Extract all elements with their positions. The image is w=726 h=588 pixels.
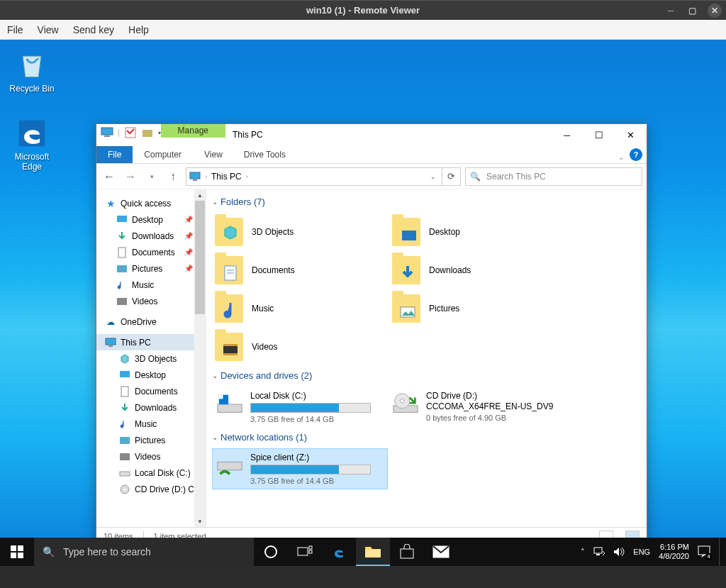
tray-expand-icon[interactable]: ˄ xyxy=(581,548,585,557)
host-minimize-button[interactable]: ─ xyxy=(665,5,676,16)
svg-rect-34 xyxy=(218,462,242,470)
address-input[interactable]: › This PC › ⌄ xyxy=(186,167,442,186)
folder-documents[interactable]: Documents xyxy=(212,251,389,289)
nav-desktop[interactable]: Desktop xyxy=(96,367,206,383)
pin-icon: 📌 xyxy=(184,265,193,272)
nav-onedrive[interactable]: ☁OneDrive xyxy=(96,314,206,330)
maximize-button[interactable]: ☐ xyxy=(583,124,615,145)
pictures-icon xyxy=(119,435,130,446)
nav-3d-objects[interactable]: 3D Objects xyxy=(96,350,206,367)
svg-rect-20 xyxy=(402,231,416,240)
volume-icon[interactable] xyxy=(613,547,625,557)
navigation-pane[interactable]: ★Quick access Desktop📌 Downloads📌 Docume… xyxy=(96,189,206,527)
nav-history-dropdown[interactable]: ▾ xyxy=(143,168,160,185)
nav-music[interactable]: Music xyxy=(96,277,206,293)
network-icon[interactable] xyxy=(593,547,605,557)
nav-this-pc[interactable]: This PC xyxy=(96,334,206,350)
host-menu-file[interactable]: File xyxy=(7,24,23,35)
group-drives-header[interactable]: ⌄Devices and drives (2) xyxy=(212,370,641,381)
scroll-thumb[interactable] xyxy=(195,201,205,314)
svg-point-19 xyxy=(124,488,126,490)
tab-view[interactable]: View xyxy=(193,146,234,163)
tab-file[interactable]: File xyxy=(96,146,133,163)
address-bar: ← → ▾ ↑ › This PC › ⌄ ⟳ 🔍 Search This PC xyxy=(96,164,647,189)
breadcrumb-separator[interactable]: › xyxy=(205,173,207,180)
refresh-button[interactable]: ⟳ xyxy=(442,167,461,186)
nav-desktop[interactable]: Desktop📌 xyxy=(96,211,206,228)
task-view-button[interactable] xyxy=(288,538,322,566)
folder-videos[interactable]: Videos xyxy=(212,328,389,366)
nav-music[interactable]: Music xyxy=(96,416,206,432)
clock[interactable]: 6:16 PM 4/8/2020 xyxy=(659,543,689,561)
search-input[interactable]: 🔍 Search This PC xyxy=(465,167,642,186)
cortana-button[interactable] xyxy=(254,538,288,566)
folder-pictures[interactable]: Pictures xyxy=(389,289,566,328)
folder-icon xyxy=(215,218,243,246)
ribbon-expand-icon[interactable]: ⌄ xyxy=(618,153,624,163)
host-maximize-button[interactable]: ▢ xyxy=(686,5,698,16)
scroll-down-icon[interactable]: ▼ xyxy=(194,516,206,527)
nav-videos[interactable]: Videos xyxy=(96,293,206,309)
nav-scrollbar[interactable]: ▲ ▼ xyxy=(194,189,206,527)
language-indicator[interactable]: ENG xyxy=(633,548,650,556)
nav-local-disk-c[interactable]: Local Disk (C:) xyxy=(96,465,206,481)
scroll-up-icon[interactable]: ▲ xyxy=(194,189,206,201)
contextual-tab-manage[interactable]: Manage xyxy=(161,124,225,138)
desktop-icon-recycle-bin[interactable]: Recycle Bin xyxy=(6,50,58,94)
folder-3d-objects[interactable]: 3D Objects xyxy=(212,213,389,251)
taskbar-explorer[interactable] xyxy=(356,538,390,566)
close-button[interactable]: ✕ xyxy=(615,124,647,145)
svg-rect-17 xyxy=(120,472,130,476)
nav-up-button[interactable]: ↑ xyxy=(164,168,182,185)
action-center-button[interactable]: 4 xyxy=(698,545,710,558)
pin-icon: 📌 xyxy=(184,216,193,223)
group-folders-header[interactable]: ⌄Folders (7) xyxy=(212,196,641,207)
nav-forward-button[interactable]: → xyxy=(122,168,139,185)
folder-downloads[interactable]: Downloads xyxy=(389,251,566,289)
tab-computer[interactable]: Computer xyxy=(133,146,193,163)
windows-desktop[interactable]: Recycle Bin Microsoft Edge | ▾ Manage Th… xyxy=(0,40,726,566)
svg-rect-8 xyxy=(118,248,125,257)
explorer-titlebar[interactable]: | ▾ Manage This PC ─ ☐ ✕ xyxy=(96,124,647,146)
breadcrumb-this-pc[interactable]: This PC xyxy=(211,172,242,182)
host-menu-view[interactable]: View xyxy=(38,24,59,35)
nav-cd-drive-d[interactable]: CD Drive (D:) CC xyxy=(96,481,206,497)
drive-local-c[interactable]: Local Disk (C:) 3.75 GB free of 14.4 GB xyxy=(212,387,388,428)
properties-icon[interactable] xyxy=(124,126,137,139)
host-close-button[interactable]: ✕ xyxy=(708,4,722,18)
nav-pictures[interactable]: Pictures📌 xyxy=(96,260,206,277)
nav-back-button[interactable]: ← xyxy=(101,168,118,185)
start-button[interactable] xyxy=(0,538,34,566)
desktop-icon-edge[interactable]: Microsoft Edge xyxy=(6,118,58,172)
content-pane[interactable]: ⌄Folders (7) 3D Objects Desktop Document… xyxy=(206,189,647,527)
taskbar-mail[interactable] xyxy=(424,538,458,566)
show-desktop-button[interactable] xyxy=(719,538,723,566)
folder-desktop[interactable]: Desktop xyxy=(389,213,566,251)
folder-music[interactable]: Music xyxy=(212,289,389,328)
breadcrumb-separator[interactable]: › xyxy=(246,173,248,180)
host-menu-help[interactable]: Help xyxy=(128,24,149,35)
pin-icon: 📌 xyxy=(184,232,193,240)
nav-documents[interactable]: Documents📌 xyxy=(96,244,206,260)
address-dropdown-icon[interactable]: ⌄ xyxy=(428,173,439,180)
nav-downloads[interactable]: Downloads📌 xyxy=(96,228,206,244)
taskbar-search[interactable]: 🔍 Type here to search xyxy=(34,538,254,566)
taskbar-edge[interactable] xyxy=(322,538,356,566)
drive-cd-d[interactable]: CD Drive (D:) CCCOMA_X64FRE_EN-US_DV9 0 … xyxy=(388,387,564,428)
group-network-header[interactable]: ⌄Network locations (1) xyxy=(212,432,641,443)
svg-rect-40 xyxy=(298,548,308,555)
nav-downloads[interactable]: Downloads xyxy=(96,399,206,416)
taskbar-store[interactable] xyxy=(390,538,424,566)
nav-pictures[interactable]: Pictures xyxy=(96,432,206,448)
nav-videos[interactable]: Videos xyxy=(96,448,206,465)
host-menu-sendkey[interactable]: Send key xyxy=(73,24,114,35)
tab-drive-tools[interactable]: Drive Tools xyxy=(234,146,296,163)
help-icon[interactable]: ? xyxy=(630,148,642,161)
minimize-button[interactable]: ─ xyxy=(551,124,583,145)
svg-rect-7 xyxy=(117,216,127,222)
nav-quick-access[interactable]: ★Quick access xyxy=(96,195,206,211)
svg-rect-44 xyxy=(401,549,413,558)
new-folder-icon[interactable] xyxy=(141,126,154,139)
drive-spice-z[interactable]: Spice client (Z:) 3.75 GB free of 14.4 G… xyxy=(212,448,388,489)
nav-documents[interactable]: Documents xyxy=(96,383,206,399)
